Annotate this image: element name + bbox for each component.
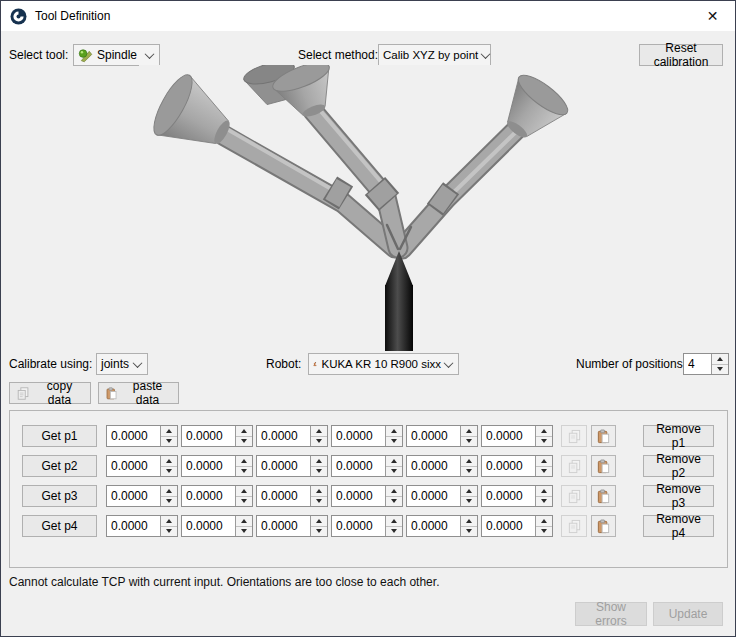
- coordinate-input[interactable]: [182, 456, 235, 476]
- spinner-buttons[interactable]: [385, 456, 402, 476]
- spin-down-button[interactable]: [161, 526, 177, 537]
- spin-up-button[interactable]: [236, 456, 252, 466]
- coordinate-spinbox[interactable]: [181, 515, 253, 537]
- spin-up-button[interactable]: [161, 516, 177, 526]
- spinner-buttons[interactable]: [160, 516, 177, 536]
- spinner-buttons[interactable]: [711, 354, 728, 374]
- spinner-buttons[interactable]: [460, 486, 477, 506]
- spinner-buttons[interactable]: [310, 486, 327, 506]
- spin-up-button[interactable]: [461, 456, 477, 466]
- get-point-button[interactable]: Get p3: [22, 485, 97, 507]
- spinner-buttons[interactable]: [460, 456, 477, 476]
- paste-data-button[interactable]: paste data: [98, 382, 179, 404]
- spin-up-button[interactable]: [461, 486, 477, 496]
- spin-up-button[interactable]: [236, 516, 252, 526]
- copy-row-button[interactable]: [561, 515, 587, 537]
- get-point-button[interactable]: Get p4: [22, 515, 97, 537]
- coordinate-spinbox[interactable]: [106, 515, 178, 537]
- coordinate-input[interactable]: [257, 426, 310, 446]
- spin-up-button[interactable]: [536, 516, 552, 526]
- coordinate-input[interactable]: [182, 516, 235, 536]
- spin-down-button[interactable]: [311, 496, 327, 507]
- coordinate-spinbox[interactable]: [106, 425, 178, 447]
- spin-down-button[interactable]: [386, 496, 402, 507]
- spinner-buttons[interactable]: [385, 486, 402, 506]
- spinner-buttons[interactable]: [235, 426, 252, 446]
- coordinate-input[interactable]: [332, 426, 385, 446]
- spinner-buttons[interactable]: [460, 516, 477, 536]
- coordinate-spinbox[interactable]: [181, 455, 253, 477]
- spin-up-button[interactable]: [236, 486, 252, 496]
- show-errors-button[interactable]: Show errors: [575, 602, 647, 626]
- spin-up-button[interactable]: [311, 486, 327, 496]
- paste-row-button[interactable]: [591, 515, 616, 537]
- spin-down-button[interactable]: [311, 466, 327, 477]
- update-button[interactable]: Update: [653, 602, 723, 626]
- spinner-buttons[interactable]: [385, 426, 402, 446]
- coordinate-input[interactable]: [107, 426, 160, 446]
- get-point-button[interactable]: Get p1: [22, 425, 97, 447]
- spin-down-button[interactable]: [712, 364, 728, 375]
- spinner-buttons[interactable]: [235, 456, 252, 476]
- spin-down-button[interactable]: [161, 436, 177, 447]
- spin-up-button[interactable]: [311, 456, 327, 466]
- spin-down-button[interactable]: [461, 466, 477, 477]
- spinner-buttons[interactable]: [535, 516, 552, 536]
- coordinate-input[interactable]: [257, 456, 310, 476]
- spinner-buttons[interactable]: [460, 426, 477, 446]
- spin-down-button[interactable]: [536, 466, 552, 477]
- spinner-buttons[interactable]: [385, 516, 402, 536]
- copy-row-button[interactable]: [561, 455, 587, 477]
- spin-down-button[interactable]: [386, 526, 402, 537]
- coordinate-input[interactable]: [182, 426, 235, 446]
- spin-up-button[interactable]: [536, 456, 552, 466]
- coordinate-spinbox[interactable]: [106, 485, 178, 507]
- coordinate-spinbox[interactable]: [331, 425, 403, 447]
- spinner-buttons[interactable]: [535, 456, 552, 476]
- coordinate-spinbox[interactable]: [331, 515, 403, 537]
- coordinate-input[interactable]: [482, 486, 535, 506]
- spin-up-button[interactable]: [311, 516, 327, 526]
- tool-select-dropdown[interactable]: Spindle: [73, 44, 160, 66]
- spin-down-button[interactable]: [236, 496, 252, 507]
- spinner-buttons[interactable]: [160, 486, 177, 506]
- spin-up-button[interactable]: [536, 486, 552, 496]
- spinner-buttons[interactable]: [310, 426, 327, 446]
- method-select-dropdown[interactable]: Calib XYZ by point: [378, 44, 491, 66]
- spin-up-button[interactable]: [386, 486, 402, 496]
- spin-down-button[interactable]: [386, 436, 402, 447]
- remove-point-button[interactable]: Remove p3: [643, 485, 714, 507]
- spinner-buttons[interactable]: [310, 456, 327, 476]
- remove-point-button[interactable]: Remove p4: [643, 515, 714, 537]
- spin-down-button[interactable]: [461, 436, 477, 447]
- spin-down-button[interactable]: [386, 466, 402, 477]
- spin-up-button[interactable]: [386, 456, 402, 466]
- positions-input[interactable]: [684, 354, 711, 374]
- coordinate-spinbox[interactable]: [481, 455, 553, 477]
- coordinate-input[interactable]: [332, 456, 385, 476]
- coordinate-spinbox[interactable]: [181, 485, 253, 507]
- coordinate-input[interactable]: [332, 516, 385, 536]
- spin-up-button[interactable]: [386, 516, 402, 526]
- coordinate-spinbox[interactable]: [406, 515, 478, 537]
- coordinate-spinbox[interactable]: [331, 455, 403, 477]
- copy-data-button[interactable]: copy data: [9, 382, 91, 404]
- coordinate-spinbox[interactable]: [256, 485, 328, 507]
- spin-up-button[interactable]: [386, 426, 402, 436]
- coordinate-spinbox[interactable]: [481, 425, 553, 447]
- coordinate-input[interactable]: [482, 516, 535, 536]
- spin-down-button[interactable]: [161, 496, 177, 507]
- spin-up-button[interactable]: [161, 426, 177, 436]
- spin-down-button[interactable]: [536, 496, 552, 507]
- coordinate-input[interactable]: [407, 426, 460, 446]
- coordinate-input[interactable]: [182, 486, 235, 506]
- spinner-buttons[interactable]: [235, 486, 252, 506]
- coordinate-input[interactable]: [332, 486, 385, 506]
- spinner-buttons[interactable]: [310, 516, 327, 536]
- copy-row-button[interactable]: [561, 425, 587, 447]
- tool-3d-preview[interactable]: [139, 65, 603, 351]
- coordinate-input[interactable]: [482, 426, 535, 446]
- copy-row-button[interactable]: [561, 485, 587, 507]
- coordinate-spinbox[interactable]: [106, 455, 178, 477]
- spin-down-button[interactable]: [236, 436, 252, 447]
